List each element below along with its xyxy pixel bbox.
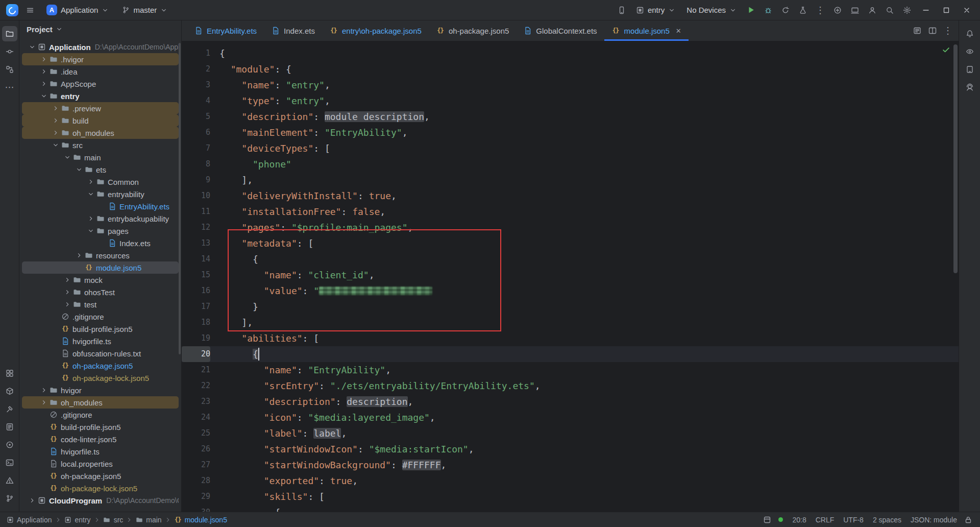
code-line[interactable]: 7 "deviceTypes": [ (182, 140, 959, 156)
tree-item-test[interactable]: test (22, 298, 179, 310)
chevron-down-icon[interactable] (39, 91, 48, 101)
commit-button[interactable] (2, 44, 17, 59)
chevron-right-icon[interactable] (39, 79, 48, 89)
tree-item-oh-modules[interactable]: oh_modules (22, 127, 179, 139)
more-v-button[interactable]: ⋮ (941, 23, 955, 38)
window-maximize-button[interactable] (937, 3, 955, 17)
chevron-right-icon[interactable] (39, 55, 48, 64)
code-line[interactable]: 16 "value": " (182, 283, 959, 299)
tree-item-resources[interactable]: resources (22, 249, 179, 261)
device-manager-icon[interactable] (847, 3, 863, 17)
tree-item-common[interactable]: Common (22, 176, 179, 188)
line-number[interactable]: 7 (182, 140, 210, 156)
code-line[interactable]: 8 "phone" (182, 156, 959, 172)
build-button[interactable] (2, 401, 17, 417)
line-number[interactable]: 23 (182, 394, 210, 410)
code-line[interactable]: 25 "label": label, (182, 425, 959, 441)
code-line[interactable]: 6 "mainElement": "EntryAbility", (182, 125, 959, 140)
code-line[interactable]: 27 "startWindowBackground": #FFFFFF, (182, 457, 959, 473)
status-utf-8[interactable]: UTF-8 (839, 516, 868, 524)
status-json-module[interactable]: JSON: module (906, 516, 962, 524)
services-button[interactable] (2, 366, 17, 381)
code-line[interactable]: 23 "description": description, (182, 394, 959, 410)
inspection-ok-icon[interactable] (942, 45, 950, 54)
code-line[interactable]: 12 "pages": "$profile:main_pages", (182, 220, 959, 235)
breadcrumb-application[interactable]: Application (5, 516, 53, 524)
device-phone-icon[interactable] (614, 3, 629, 17)
line-number[interactable]: 5 (182, 109, 210, 125)
tab-entry-oh-package-json5[interactable]: {}entry\oh-package.json5 (322, 20, 429, 41)
project-scrollbar[interactable] (179, 43, 181, 354)
chevron-right-icon[interactable] (39, 67, 48, 77)
breadcrumb-main[interactable]: main (134, 516, 162, 524)
tree-item-gitignore[interactable]: .gitignore (22, 310, 179, 323)
line-number[interactable]: 10 (182, 188, 210, 204)
chevron-right-icon[interactable] (27, 496, 37, 506)
tree-item-module-json5[interactable]: {}module.json5 (22, 261, 179, 274)
assistant-button[interactable] (962, 80, 977, 95)
line-number[interactable]: 24 (182, 410, 210, 425)
run-target-selector[interactable]: entry (631, 4, 680, 16)
code-line[interactable]: 5 "description": module description, (182, 109, 959, 125)
plugin-icon[interactable] (830, 3, 845, 17)
notifications-button[interactable] (962, 26, 977, 41)
chevron-down-icon[interactable] (86, 226, 95, 236)
tree-item-oh-modules[interactable]: oh_modules (22, 396, 179, 409)
code-line[interactable]: 4 "type": "entry", (182, 93, 959, 109)
tree-item-pages[interactable]: pages (22, 225, 179, 237)
line-number[interactable]: 1 (182, 45, 210, 61)
line-number[interactable]: 26 (182, 441, 210, 457)
main-menu-icon[interactable] (22, 3, 38, 17)
tab-oh-package-json5[interactable]: {}oh-package.json5 (429, 20, 516, 41)
line-number[interactable]: 9 (182, 172, 210, 188)
tree-item-entryability[interactable]: entryability (22, 188, 179, 200)
code-line[interactable]: 30 { (182, 505, 959, 512)
code-line[interactable]: 17 } (182, 299, 959, 315)
project-button[interactable] (2, 26, 17, 41)
split-button[interactable] (925, 23, 940, 38)
tree-item-mock[interactable]: mock (22, 274, 179, 286)
code-line[interactable]: 11 "installationFree": false, (182, 204, 959, 220)
tab-index-ets[interactable]: Index.ets (264, 20, 322, 41)
tree-item-oh-package-lock-json5[interactable]: {}oh-package-lock.json5 (22, 482, 179, 494)
tab-module-json5[interactable]: {}module.json5✕ (604, 20, 689, 41)
line-number[interactable]: 15 (182, 267, 210, 283)
tree-item-oh-package-lock-json5[interactable]: {}oh-package-lock.json5 (22, 372, 179, 384)
code-line[interactable]: 18 ], (182, 315, 959, 330)
line-number[interactable]: 12 (182, 220, 210, 235)
tree-item-cloudprogram[interactable]: CloudProgramD:\App\AccountDemo\CloudP (22, 494, 179, 507)
tree-item-entry[interactable]: entry (22, 90, 179, 102)
line-number[interactable]: 11 (182, 204, 210, 220)
resources-button[interactable] (2, 384, 17, 399)
tree-item-local-properties[interactable]: local.properties (22, 458, 179, 470)
tree-item-build-profile-json5[interactable]: {}build-profile.json5 (22, 421, 179, 433)
tree-item-hvigorfile-ts[interactable]: hvigorfile.ts (22, 335, 179, 347)
code-line[interactable]: 24 "icon": "$media:layered_image", (182, 410, 959, 425)
line-number[interactable]: 14 (182, 251, 210, 267)
code-line[interactable]: 9 ], (182, 172, 959, 188)
tree-item-hvigor[interactable]: .hvigor (22, 53, 179, 65)
more-button[interactable]: ⋯ (2, 80, 17, 95)
tree-item-ets[interactable]: ets (22, 163, 179, 176)
terminal-button[interactable] (2, 455, 17, 470)
chevron-right-icon[interactable] (39, 398, 48, 408)
code-line[interactable]: 20 { (182, 346, 959, 362)
analysis-status-dot[interactable] (778, 517, 783, 522)
line-number[interactable]: 19 (182, 330, 210, 346)
tab-entryability-ets[interactable]: EntryAbility.ets (187, 20, 264, 41)
code-line[interactable]: 15 "name": "client_id", (182, 267, 959, 283)
line-number[interactable]: 25 (182, 425, 210, 441)
tree-item-appscope[interactable]: AppScope (22, 78, 179, 90)
profiler-button[interactable] (2, 437, 17, 452)
tree-item-application[interactable]: ApplicationD:\App\AccountDemo\Applicatio… (22, 41, 179, 53)
device-selector[interactable]: No Devices (682, 4, 741, 16)
status-20-8[interactable]: 20:8 (788, 516, 811, 524)
problems-button[interactable] (2, 473, 17, 488)
tree-item-obfuscation-rules-txt[interactable]: obfuscation-rules.txt (22, 347, 179, 360)
line-number[interactable]: 18 (182, 315, 210, 330)
line-number[interactable]: 22 (182, 378, 210, 394)
chevron-right-icon[interactable] (51, 104, 60, 113)
widget-icon[interactable] (761, 514, 774, 526)
tree-item-hvigor[interactable]: hvigor (22, 384, 179, 396)
line-number[interactable]: 13 (182, 235, 210, 251)
